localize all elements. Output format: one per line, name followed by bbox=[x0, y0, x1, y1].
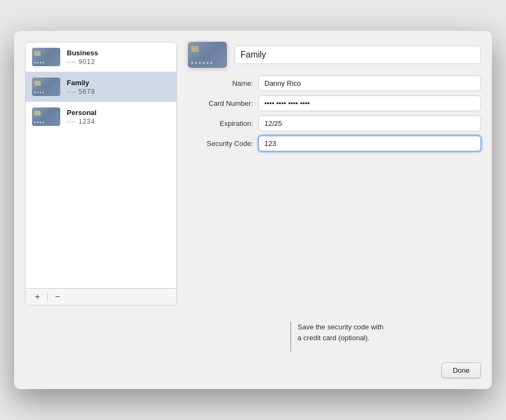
expiration-input[interactable] bbox=[258, 116, 481, 131]
card-number-label: Card Number: bbox=[188, 99, 258, 107]
card-list-panel: Business ···· 9012 bbox=[25, 42, 177, 306]
name-row: Name: bbox=[188, 75, 481, 91]
card-dots bbox=[34, 122, 58, 123]
card-last4-business: ···· 9012 bbox=[67, 58, 98, 66]
expiration-label: Expiration: bbox=[188, 119, 258, 128]
main-dialog: Business ···· 9012 bbox=[14, 31, 492, 389]
card-dots-area bbox=[191, 62, 224, 64]
card-list: Business ···· 9012 bbox=[26, 42, 176, 288]
remove-card-button[interactable]: − bbox=[50, 291, 65, 303]
footer-divider bbox=[47, 292, 48, 301]
card-form: Name: Card Number: Expiration: Security … bbox=[188, 75, 481, 151]
chip-icon bbox=[191, 46, 199, 52]
add-card-button[interactable]: + bbox=[30, 291, 45, 303]
annotation-area: Save the security code witha credit card… bbox=[14, 316, 492, 362]
card-thumbnail-personal bbox=[32, 107, 60, 126]
annotation-text: Save the security code witha credit card… bbox=[291, 322, 383, 352]
card-name-business: Business bbox=[67, 49, 98, 57]
annotation-line-wrapper bbox=[25, 322, 291, 352]
done-button[interactable]: Done bbox=[441, 362, 481, 378]
dialog-content: Business ···· 9012 bbox=[14, 31, 492, 316]
card-detail-panel: Name: Card Number: Expiration: Security … bbox=[188, 42, 481, 306]
card-dots bbox=[34, 62, 58, 63]
card-name-input[interactable] bbox=[235, 46, 481, 64]
list-footer: + − bbox=[26, 288, 176, 305]
chip-icon bbox=[34, 51, 40, 55]
card-number-input[interactable] bbox=[258, 96, 481, 111]
card-name-input-wrapper bbox=[235, 46, 481, 64]
expiration-row: Expiration: bbox=[188, 116, 481, 131]
name-input[interactable] bbox=[258, 75, 481, 91]
card-item-business[interactable]: Business ···· 9012 bbox=[26, 42, 176, 72]
card-name-personal: Personal bbox=[67, 109, 97, 117]
card-thumbnail-business bbox=[32, 48, 60, 66]
card-info-family: Family ···· 5678 bbox=[67, 79, 95, 96]
card-info-business: Business ···· 9012 bbox=[67, 49, 98, 66]
security-code-label: Security Code: bbox=[188, 139, 258, 148]
card-info-personal: Personal ···· 1234 bbox=[67, 109, 97, 125]
card-dots bbox=[34, 92, 58, 93]
chip-icon bbox=[34, 81, 40, 85]
card-item-family[interactable]: Family ···· 5678 bbox=[26, 72, 176, 102]
card-thumbnail-family bbox=[32, 78, 60, 96]
name-label: Name: bbox=[188, 79, 258, 87]
card-number-row: Card Number: bbox=[188, 96, 481, 111]
card-name-family: Family bbox=[67, 79, 95, 87]
card-header bbox=[188, 42, 481, 68]
chip-icon bbox=[34, 111, 40, 115]
security-code-input[interactable] bbox=[258, 136, 481, 151]
card-preview-large bbox=[188, 42, 227, 68]
dialog-footer: Done bbox=[14, 362, 492, 389]
card-item-personal[interactable]: Personal ···· 1234 bbox=[26, 102, 176, 131]
spacer bbox=[188, 159, 481, 306]
security-code-row: Security Code: bbox=[188, 136, 481, 151]
card-last4-personal: ···· 1234 bbox=[67, 118, 97, 125]
card-last4-family: ···· 5678 bbox=[67, 88, 95, 96]
